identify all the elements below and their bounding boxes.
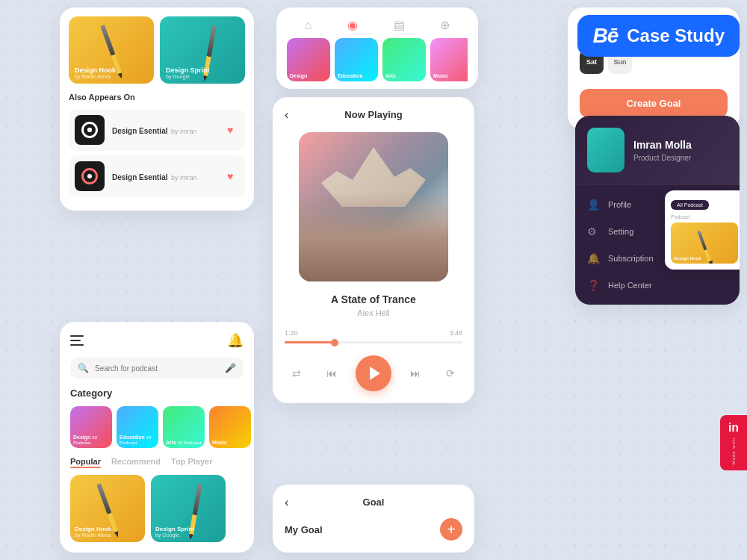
cat-design[interactable]: Design — [287, 38, 330, 81]
mic-icon[interactable]: 🎤 — [225, 363, 236, 373]
tab-top-player[interactable]: Top Player — [171, 457, 212, 466]
pod-cat-design[interactable]: Design 20 Podcast — [70, 406, 112, 448]
music-player-card: ‹ Now Playing A State of Trance Alex Hel… — [273, 97, 474, 403]
invision-icon: in — [728, 421, 739, 435]
category-nav: ⌂ ◉ ▤ ⊕ — [287, 15, 468, 38]
create-goal-button[interactable]: Create Goal — [580, 89, 728, 118]
category-label: Category — [70, 388, 244, 399]
subscription-icon: 🔔 — [587, 252, 601, 264]
tab-recommend[interactable]: Recommend — [111, 457, 161, 466]
design-hook-thumb[interactable]: Design Hook by Martin Alexa — [69, 16, 154, 84]
tab-popular[interactable]: Popular — [70, 457, 101, 466]
play-button[interactable] — [356, 355, 391, 391]
mini-tag[interactable]: All Podcast — [671, 200, 709, 210]
category-bar-card: ⌂ ◉ ▤ ⊕ Design Education Arts Music — [276, 7, 478, 89]
player-controls: ⇄ ⏮ ⏭ ⟳ — [285, 355, 462, 391]
mini-sub-label: Podcast — [671, 214, 740, 220]
search-icon: 🔍 — [78, 363, 89, 373]
podcast-categories: Design 20 Podcast Education 10 Podcast A… — [70, 406, 244, 448]
home-icon[interactable]: ⌂ — [305, 19, 312, 32]
pod-cat-arts[interactable]: Arts 10 Podcast — [163, 406, 205, 448]
progress-fill — [285, 341, 335, 343]
profile-name: Imran Molla — [633, 139, 692, 151]
goal-header: ‹ Goal — [285, 497, 462, 508]
add-goal-button[interactable]: + — [440, 518, 462, 541]
list-item[interactable]: Design Esential by imran ♥ — [69, 155, 245, 197]
mini-thumb[interactable]: Design Hook — [671, 223, 738, 264]
player-header: ‹ Now Playing — [285, 109, 462, 120]
profile-card: Imran Molla Product Designer All Podcast… — [575, 116, 740, 305]
design-sprint-thumb[interactable]: Design Sprint by Google — [160, 16, 245, 84]
song-info: A State of Trance Alex Hell — [285, 293, 462, 317]
profile-header: Imran Molla Product Designer All Podcast… — [575, 116, 740, 185]
menu-label-profile: Profile — [608, 200, 631, 209]
my-goal-label: My Goal — [285, 524, 323, 535]
goal-card: ‹ Goal My Goal + — [273, 485, 474, 553]
mini-thumb-label: Design Hook — [674, 256, 701, 261]
featured-thumb-1[interactable]: Design Hook by Martin Alexa — [70, 475, 145, 542]
bell-icon[interactable]: 🔔 — [227, 332, 244, 349]
featured-thumb-2[interactable]: Design Sprint by Google — [151, 475, 226, 542]
search-bar[interactable]: 🔍 🎤 — [70, 358, 244, 379]
goal-title: Goal — [363, 497, 385, 508]
thumb1-label: Design Hook by Martin Alexa — [75, 66, 116, 79]
menu-item-help[interactable]: ❓ Help Center — [575, 272, 740, 299]
my-goal-row: My Goal + — [285, 518, 462, 541]
menu-label-subscription: Subscription — [608, 254, 654, 263]
loop-button[interactable]: ⟳ — [438, 361, 462, 385]
top-left-card: Design Hook by Martin Alexa Design Sprin… — [60, 7, 254, 211]
settings-icon: ⚙ — [587, 225, 601, 237]
featured-thumbnails: Design Hook by Martin Alexa Design Sprin… — [69, 16, 245, 84]
album-info-2: Design Esential by imran — [112, 169, 220, 183]
hamburger-icon[interactable] — [70, 335, 84, 346]
behance-badge: Bē Case Study — [577, 15, 740, 57]
thumb2-label: Design Sprint by Google — [166, 66, 210, 79]
category-icon[interactable]: ◉ — [347, 18, 358, 32]
pod-cat-education[interactable]: Education 10 Podcast — [117, 406, 158, 448]
pod-cat-music[interactable]: Music — [209, 406, 251, 448]
inbox-icon[interactable]: ▤ — [394, 18, 405, 32]
menu-label-help: Help Center — [608, 281, 652, 290]
help-icon: ❓ — [587, 279, 601, 291]
podcast-header: 🔔 — [70, 332, 244, 349]
song-name: A State of Trance — [285, 293, 462, 305]
invision-badge: in Made with — [720, 415, 747, 470]
back-button[interactable]: ‹ — [285, 108, 288, 122]
goal-back-button[interactable]: ‹ — [285, 496, 288, 509]
mountain-base — [299, 192, 448, 281]
profile-avatar — [587, 128, 624, 172]
settings-icon[interactable]: ⊕ — [440, 18, 450, 32]
current-time: 1:20 — [285, 329, 298, 337]
also-appears-title: Also Appears On — [69, 93, 245, 102]
progress-area: 1:20 3:48 — [285, 329, 462, 343]
cat-arts[interactable]: Arts — [382, 38, 426, 81]
search-input[interactable] — [95, 364, 219, 373]
category-thumbnails: Design Education Arts Music — [287, 38, 468, 81]
cat-music[interactable]: Music — [430, 38, 468, 81]
heart-icon[interactable]: ♥ — [227, 170, 239, 182]
invision-text: Made with — [731, 438, 736, 464]
mini-right-card: All Podcast Podcast Design Hook — [665, 190, 740, 270]
now-playing-title: Now Playing — [344, 109, 402, 120]
heart-icon[interactable]: ♥ — [227, 124, 239, 136]
shuffle-button[interactable]: ⇄ — [285, 361, 309, 385]
popular-tabs: Popular Recommend Top Player — [70, 457, 244, 466]
behance-logo-icon: Bē — [592, 24, 618, 48]
next-button[interactable]: ⏭ — [403, 361, 427, 385]
cat-education[interactable]: Education — [335, 38, 378, 81]
album-art — [299, 132, 448, 281]
album-thumb-2 — [75, 161, 105, 191]
podcast-card: 🔔 🔍 🎤 Category Design 20 Podcast Educati… — [60, 322, 254, 553]
list-item[interactable]: Design Esential by imran ♥ — [69, 109, 245, 151]
total-time: 3:48 — [449, 329, 462, 337]
prev-button[interactable]: ⏮ — [320, 361, 344, 385]
profile-role: Product Designer — [633, 154, 692, 162]
profile-info: Imran Molla Product Designer — [633, 139, 692, 162]
song-artist: Alex Hell — [285, 308, 462, 317]
album-info-1: Design Esential by imran — [112, 123, 220, 137]
progress-dot[interactable] — [331, 339, 338, 346]
podcast-featured-thumbs: Design Hook by Martin Alexa Design Sprin… — [70, 475, 244, 542]
progress-times: 1:20 3:48 — [285, 329, 462, 337]
behance-text: Case Study — [627, 25, 725, 46]
progress-bar[interactable] — [285, 341, 462, 343]
